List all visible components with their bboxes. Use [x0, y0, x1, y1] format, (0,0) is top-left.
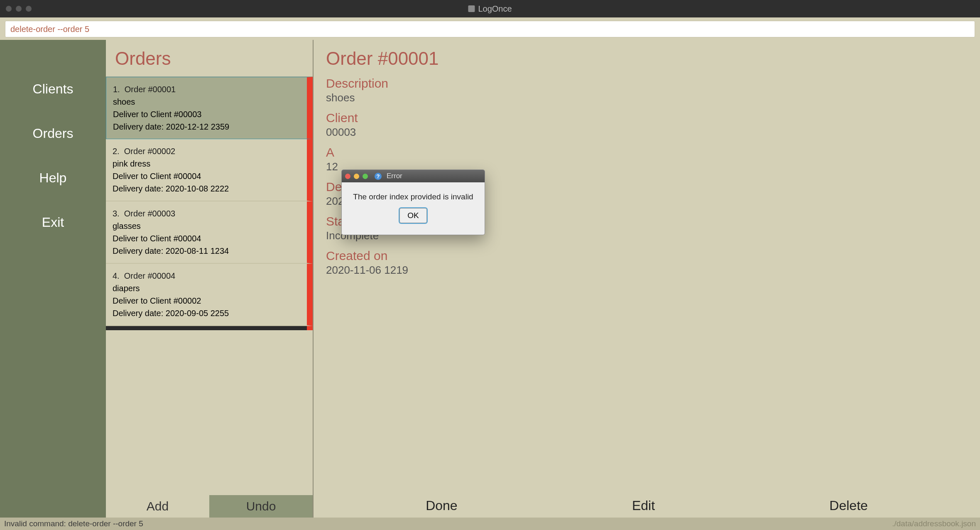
- dialog-body: The order index provided is invalid OK: [342, 182, 485, 235]
- minimize-window-icon[interactable]: [16, 6, 22, 12]
- orders-scrollbar[interactable]: [106, 326, 313, 330]
- maximize-window-icon[interactable]: [26, 6, 32, 12]
- order-row-desc: shoes: [113, 96, 300, 108]
- order-row[interactable]: 4. Order #00004 diapers Deliver to Clien…: [106, 264, 313, 326]
- order-row-date: Delivery date: 2020-08-11 1234: [113, 245, 300, 257]
- order-row-desc: glasses: [113, 220, 300, 232]
- order-row-deliver: Deliver to Client #00004: [113, 232, 300, 245]
- add-button[interactable]: Add: [106, 495, 209, 518]
- created-on-label: Created on: [326, 249, 968, 263]
- order-row-title: Order #00004: [124, 271, 175, 280]
- sidebar: Clients Orders Help Exit: [0, 40, 106, 518]
- order-row-date: Delivery date: 2020-12-12 2359: [113, 120, 300, 133]
- window-titlebar: LogOnce: [0, 0, 980, 17]
- traffic-lights: [6, 6, 32, 12]
- order-row-num: 4.: [113, 271, 120, 280]
- order-row-deliver: Deliver to Client #00004: [113, 170, 300, 182]
- order-row-deliver: Deliver to Client #00002: [113, 294, 300, 307]
- orders-list-actions: Add Undo: [106, 495, 313, 518]
- window-title: LogOnce: [468, 4, 512, 14]
- status-message: Invalid command: delete-order --order 5: [4, 519, 143, 528]
- order-row-title: Order #00002: [124, 147, 175, 156]
- orders-panel: Orders 1. Order #00001 shoes Deliver to …: [106, 40, 314, 518]
- done-button[interactable]: Done: [426, 498, 458, 513]
- dialog-close-icon[interactable]: [345, 174, 350, 179]
- order-row[interactable]: 1. Order #00001 shoes Deliver to Client …: [106, 77, 313, 139]
- dialog-minimize-icon[interactable]: [354, 174, 359, 179]
- order-row[interactable]: 3. Order #00003 glasses Deliver to Clien…: [106, 201, 313, 264]
- description-label: Description: [326, 76, 968, 91]
- command-bar-container: [0, 17, 980, 40]
- question-icon: ?: [375, 173, 382, 180]
- sidebar-item-help[interactable]: Help: [0, 170, 106, 186]
- command-input[interactable]: [5, 21, 975, 37]
- error-dialog: ? Error The order index provided is inva…: [341, 169, 485, 235]
- order-row-num: 1.: [113, 85, 120, 94]
- order-row-title: Order #00001: [125, 85, 176, 94]
- order-row-date: Delivery date: 2020-09-05 2255: [113, 307, 300, 319]
- created-on-value: 2020-11-06 1219: [326, 264, 968, 277]
- order-row[interactable]: 2. Order #00002 pink dress Deliver to Cl…: [106, 139, 313, 201]
- order-row-desc: diapers: [113, 282, 300, 294]
- order-row-num: 3.: [113, 209, 120, 218]
- description-value: shoes: [326, 91, 968, 104]
- order-row-deliver: Deliver to Client #00003: [113, 108, 300, 120]
- window-title-text: LogOnce: [478, 4, 512, 14]
- dialog-maximize-icon[interactable]: [363, 174, 368, 179]
- order-row-date: Delivery date: 2020-10-08 2222: [113, 182, 300, 195]
- client-label: Client: [326, 111, 968, 125]
- sidebar-item-exit[interactable]: Exit: [0, 215, 106, 230]
- orders-header: Orders: [106, 40, 313, 76]
- status-bar: Invalid command: delete-order --order 5 …: [0, 518, 980, 530]
- sidebar-item-orders[interactable]: Orders: [0, 126, 106, 141]
- detail-title: Order #00001: [326, 48, 968, 69]
- dialog-titlebar: ? Error: [342, 170, 485, 182]
- edit-button[interactable]: Edit: [632, 498, 655, 513]
- close-window-icon[interactable]: [6, 6, 12, 12]
- dialog-message: The order index provided is invalid: [353, 192, 473, 201]
- detail-actions: Done Edit Delete: [326, 494, 968, 513]
- main-area: Clients Orders Help Exit Orders 1. Order…: [0, 40, 980, 518]
- dialog-title: Error: [387, 172, 402, 180]
- app-icon: [468, 5, 475, 12]
- status-file-path: ./data/addressbook.json: [892, 519, 976, 528]
- ok-button[interactable]: OK: [399, 208, 426, 223]
- order-row-desc: pink dress: [113, 157, 300, 170]
- undo-button[interactable]: Undo: [209, 495, 313, 518]
- delete-button[interactable]: Delete: [829, 498, 868, 513]
- address-label: A: [326, 145, 968, 159]
- order-row-title: Order #00003: [124, 209, 175, 218]
- detail-panel: Order #00001 Description shoes Client 00…: [314, 40, 980, 518]
- order-row-num: 2.: [113, 147, 120, 156]
- client-value: 00003: [326, 126, 968, 139]
- orders-list: 1. Order #00001 shoes Deliver to Client …: [106, 76, 313, 495]
- sidebar-item-clients[interactable]: Clients: [0, 81, 106, 97]
